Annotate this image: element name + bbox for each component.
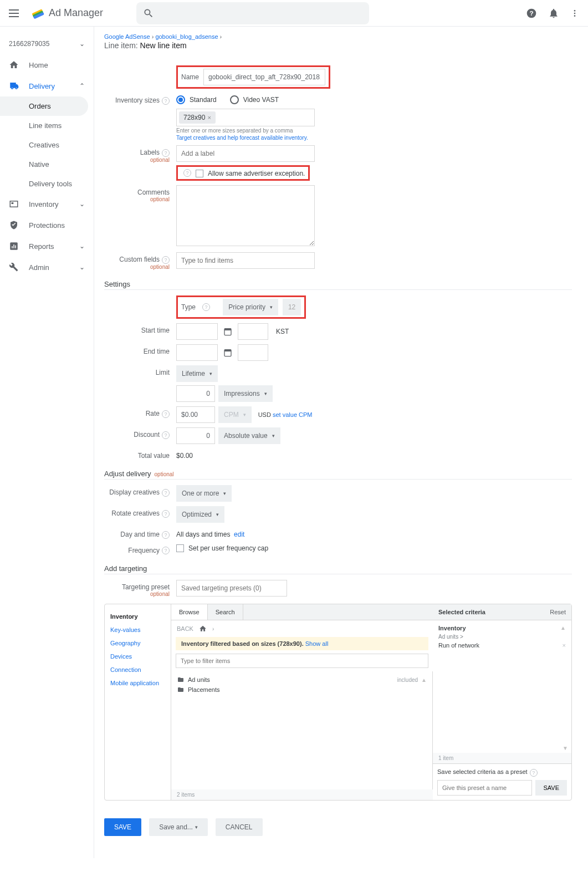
type-highlight-box: Type ? Price priority 12 (176, 295, 306, 319)
discount-label: Discount (134, 431, 160, 439)
reset-link[interactable]: Reset (550, 609, 566, 615)
nav-native[interactable]: Native (0, 155, 94, 174)
save-and-button[interactable]: Save and... (149, 818, 208, 836)
frequency-checkbox[interactable] (176, 544, 184, 552)
limit-dropdown[interactable]: Lifetime (176, 365, 218, 382)
cancel-button[interactable]: CANCEL (216, 818, 263, 836)
help-icon[interactable]: ? (183, 169, 191, 177)
help-icon[interactable]: ? (162, 410, 170, 418)
adjust-delivery-heading: Adjust deliveryoptional (104, 470, 572, 480)
radio-standard[interactable]: Standard (176, 95, 217, 104)
scroll-up-icon[interactable]: ▲ (421, 677, 427, 683)
tgt-cat-mobile-app[interactable]: Mobile application (110, 676, 165, 690)
same-advertiser-checkbox[interactable] (196, 170, 203, 177)
discount-input[interactable] (176, 427, 215, 444)
network-id[interactable]: 21662879035 ⌄ (0, 33, 94, 54)
sizes-hint-link[interactable]: Target creatives and help forecast avail… (176, 135, 572, 141)
radio-video-vast[interactable]: Video VAST (230, 95, 279, 104)
remove-icon[interactable]: × (563, 642, 566, 649)
rate-unit-dropdown[interactable]: CPM (218, 406, 252, 423)
day-time-edit-link[interactable]: edit (234, 531, 244, 538)
start-time-input[interactable] (238, 323, 268, 340)
sizes-input[interactable]: 728x90× (176, 109, 315, 126)
search-box[interactable] (136, 2, 369, 24)
tgt-item-placements[interactable]: Placements (177, 685, 427, 695)
calendar-icon[interactable] (223, 348, 232, 357)
preset-name-input[interactable] (437, 780, 532, 796)
start-date-input[interactable] (176, 323, 218, 340)
help-icon[interactable]: ? (162, 97, 170, 105)
svg-rect-8 (10, 201, 18, 207)
calendar-icon[interactable] (223, 327, 232, 336)
nav-orders[interactable]: Orders (0, 96, 88, 116)
help-icon[interactable]: ? (526, 8, 537, 19)
help-icon[interactable]: ? (162, 547, 170, 554)
tgt-tab-search[interactable]: Search (208, 604, 243, 620)
rate-input[interactable] (176, 406, 215, 423)
tgt-item-ad-units[interactable]: Ad units included ▲ (177, 675, 427, 685)
more-vert-icon[interactable] (570, 8, 579, 19)
comments-textarea[interactable] (176, 185, 315, 246)
help-icon[interactable]: ? (162, 510, 170, 518)
display-creatives-dropdown[interactable]: One or more (176, 485, 232, 502)
tgt-filter-input[interactable] (176, 654, 428, 668)
nav-reports[interactable]: Reports ⌄ (0, 236, 94, 257)
sidebar: 21662879035 ⌄ Home Delivery ⌃ Orders Lin… (0, 27, 94, 858)
nav-line-items[interactable]: Line items (0, 116, 94, 135)
nav-protections[interactable]: Protections (0, 215, 94, 236)
nav-creatives[interactable]: Creatives (0, 135, 94, 155)
type-priority: 12 (283, 299, 301, 315)
tgt-cat-keyvalues[interactable]: Key-values (110, 623, 165, 636)
nav-admin[interactable]: Admin ⌄ (0, 257, 94, 278)
home-icon (9, 60, 19, 70)
notifications-icon[interactable] (548, 8, 559, 19)
nav-inventory[interactable]: Inventory ⌄ (0, 193, 94, 215)
nav-delivery[interactable]: Delivery ⌃ (0, 75, 94, 96)
help-icon[interactable]: ? (202, 303, 210, 311)
labels-label: Labels (140, 149, 160, 156)
limit-unit-dropdown[interactable]: Impressions (218, 385, 273, 402)
help-icon[interactable]: ? (162, 256, 170, 264)
set-value-cpm-link[interactable]: set value CPM (273, 411, 313, 418)
end-date-input[interactable] (176, 344, 218, 361)
day-time-value: All days and times (176, 531, 230, 538)
rate-currency: USD (258, 411, 271, 418)
preset-save-button[interactable]: SAVE (535, 780, 567, 796)
type-dropdown[interactable]: Price priority (223, 299, 278, 315)
hamburger-icon[interactable] (9, 7, 22, 20)
help-icon[interactable]: ? (162, 149, 170, 157)
tgt-tab-browse[interactable]: Browse (171, 604, 208, 620)
folder-icon (177, 686, 185, 693)
tgt-back-button[interactable]: BACK (177, 625, 193, 632)
save-button[interactable]: SAVE (104, 818, 141, 836)
nav-delivery-tools[interactable]: Delivery tools (0, 174, 94, 193)
shield-icon (9, 220, 19, 230)
help-icon[interactable]: ? (530, 769, 538, 777)
breadcrumb-link-1[interactable]: Google AdSense (104, 33, 150, 40)
targeting-preset-input[interactable] (176, 580, 287, 597)
help-icon[interactable]: ? (162, 431, 170, 439)
limit-qty-input[interactable] (176, 385, 215, 402)
discount-unit-dropdown[interactable]: Absolute value (218, 427, 280, 444)
tgt-cat-geography[interactable]: Geography (110, 636, 165, 650)
inventory-sizes-label: Inventory sizes (115, 96, 160, 104)
help-icon[interactable]: ? (162, 531, 170, 539)
tgt-cat-devices[interactable]: Devices (110, 650, 165, 663)
frequency-label: Frequency (128, 547, 160, 554)
rotate-creatives-dropdown[interactable]: Optimized (176, 506, 224, 523)
scroll-up-icon[interactable]: ▲ (560, 625, 566, 631)
labels-input[interactable] (176, 145, 315, 162)
scroll-down-icon[interactable]: ▼ (563, 745, 568, 751)
tgt-cat-inventory[interactable]: Inventory (110, 610, 165, 623)
breadcrumb-link-2[interactable]: gobooki_blog_adsense (155, 33, 218, 40)
tgt-show-all-link[interactable]: Show all (305, 640, 329, 647)
name-input[interactable] (203, 69, 325, 85)
custom-fields-input[interactable] (176, 252, 315, 269)
end-time-input[interactable] (238, 344, 268, 361)
chip-remove-icon[interactable]: × (207, 114, 211, 121)
home-icon[interactable] (199, 625, 207, 633)
app-logo[interactable]: Ad Manager (31, 7, 103, 20)
nav-home[interactable]: Home (0, 54, 94, 75)
help-icon[interactable]: ? (162, 489, 170, 497)
tgt-cat-connection[interactable]: Connection (110, 663, 165, 676)
